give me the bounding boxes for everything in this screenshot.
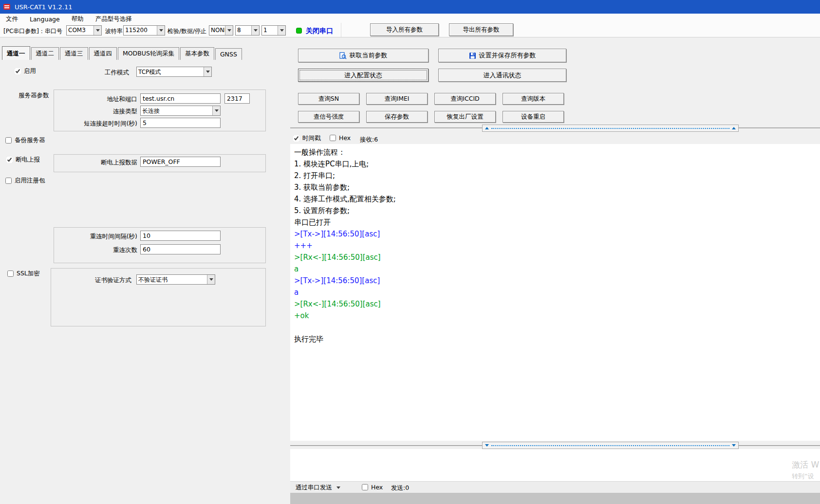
reconnect-interval-input[interactable] xyxy=(140,231,221,241)
receive-log[interactable]: 一般操作流程：1. 模块连PC串口,上电;2. 打开串口;3. 获取当前参数;4… xyxy=(290,144,820,441)
pc-serial-label: [PC串口参数]：串口号 xyxy=(3,27,62,36)
window-title: USR-CAT1 V1.2.11 xyxy=(15,3,73,11)
log-line: 4. 选择工作模式,配置相关参数; xyxy=(294,193,820,205)
short-timeout-label: 短连接超时时间(秒) xyxy=(49,120,137,128)
server-host-input[interactable] xyxy=(140,93,221,104)
tab[interactable]: GNSS xyxy=(215,48,242,60)
log-line: a xyxy=(294,263,820,275)
collapse-down-icon xyxy=(732,444,736,447)
tab[interactable]: 通道四 xyxy=(89,47,117,60)
menu-product-model[interactable]: 产品型号选择 xyxy=(90,14,138,25)
tab[interactable]: 通道一 xyxy=(2,46,30,60)
set-save-params-button[interactable]: 设置并保存所有参数 xyxy=(438,49,566,62)
enable-checkbox[interactable]: 启用 xyxy=(15,67,36,75)
server-port-input[interactable] xyxy=(224,93,250,104)
send-via-serial-button[interactable]: 通过串口发送 xyxy=(296,484,340,492)
action-button-row: 查信号强度保存参数恢复出厂设置设备重启 xyxy=(298,111,564,123)
log-line: 2. 打开串口; xyxy=(294,170,820,181)
toolbar-separator xyxy=(341,23,341,37)
bottom-edge xyxy=(290,493,820,504)
chevron-down-icon xyxy=(278,26,285,35)
recv-hex-checkbox[interactable]: Hex xyxy=(330,134,351,142)
power-off-data-label: 断电上报数据 xyxy=(64,159,137,167)
stopbits-select[interactable]: 1 xyxy=(261,25,286,36)
backup-server-checkbox[interactable]: 备份服务器 xyxy=(5,136,45,144)
tab[interactable]: 通道三 xyxy=(60,47,88,60)
log-line xyxy=(294,322,820,333)
work-mode-select[interactable]: TCP模式 xyxy=(136,67,212,77)
log-line: 执行完毕 xyxy=(294,333,820,345)
close-serial-button[interactable]: 关闭串口 xyxy=(306,27,333,36)
log-line: >[Tx->][14:56:50][asc] xyxy=(294,275,820,287)
register-packet-checkbox[interactable]: 启用注册包 xyxy=(5,177,45,185)
action-button[interactable]: 保存参数 xyxy=(366,111,428,123)
query-button[interactable]: 查询IMEI xyxy=(366,93,428,105)
ssl-checkbox[interactable]: SSL加密 xyxy=(7,270,40,278)
tab-strip: 通道一通道二通道三通道四MODBUS轮询采集基本参数GNSS xyxy=(2,46,243,60)
chevron-down-icon xyxy=(225,26,233,35)
action-button[interactable]: 设备重启 xyxy=(503,111,564,123)
log-line: +ok xyxy=(294,310,820,322)
log-line: +++ xyxy=(294,240,820,252)
power-off-data-input[interactable] xyxy=(140,157,221,167)
action-button[interactable]: 查信号强度 xyxy=(298,111,359,123)
toolbar-divider xyxy=(0,37,820,37)
import-params-button[interactable]: 导入所有参数 xyxy=(370,23,439,36)
send-bar: 通过串口发送 Hex 发送:0 xyxy=(290,481,820,493)
log-line: >[Tx->][14:56:50][asc] xyxy=(294,228,820,240)
menu-help[interactable]: 帮助 xyxy=(66,14,90,25)
databits-select[interactable]: 8 xyxy=(235,25,260,36)
chevron-down-icon xyxy=(212,106,220,115)
get-params-button[interactable]: 获取当前参数 xyxy=(298,49,429,62)
log-line: a xyxy=(294,287,820,298)
search-params-icon xyxy=(339,52,347,59)
collapse-down-icon xyxy=(485,444,489,447)
query-button-row: 查询SN查询IMEI查询ICCID查询版本 xyxy=(298,93,564,105)
conn-type-select[interactable]: 长连接 xyxy=(140,106,221,116)
tab[interactable]: 通道二 xyxy=(31,47,59,60)
sent-count: 发送:0 xyxy=(391,484,409,492)
query-button[interactable]: 查询版本 xyxy=(503,93,564,105)
tab[interactable]: MODBUS轮询采集 xyxy=(118,47,179,60)
log-line: >[Rx<-][14:56:50][asc] xyxy=(294,252,820,263)
log-line: 1. 模块连PC串口,上电; xyxy=(294,158,820,170)
export-params-button[interactable]: 导出所有参数 xyxy=(449,23,513,36)
reconnect-interval-label: 重连时间间隔(秒) xyxy=(49,233,137,241)
enter-comm-button[interactable]: 进入通讯状态 xyxy=(438,69,566,82)
com-port-select[interactable]: COM3 xyxy=(66,25,102,36)
menu-file[interactable]: 文件 xyxy=(0,14,24,25)
conn-type-label: 连接类型 xyxy=(64,108,137,116)
log-line: 3. 获取当前参数; xyxy=(294,181,820,193)
reconnect-times-input[interactable] xyxy=(140,244,221,254)
short-timeout-input[interactable] xyxy=(140,118,221,128)
log-splitter-handle[interactable] xyxy=(482,125,739,132)
titlebar: USR-CAT1 V1.2.11 xyxy=(0,0,820,14)
enter-config-button[interactable]: 进入配置状态 xyxy=(298,69,429,82)
send-splitter-handle[interactable] xyxy=(482,442,739,449)
query-button[interactable]: 查询ICCID xyxy=(434,93,496,105)
send-input-area[interactable] xyxy=(290,449,820,481)
send-hex-checkbox[interactable]: Hex xyxy=(362,484,383,491)
chevron-down-icon xyxy=(207,275,215,284)
menu-language[interactable]: Language xyxy=(24,14,66,24)
chevron-down-icon xyxy=(251,26,259,35)
power-off-report-checkbox[interactable]: 断电上报 xyxy=(6,156,40,164)
toolbar: [PC串口参数]：串口号 COM3 波特率 115200 检验/数据/停止 NO… xyxy=(0,25,820,37)
chevron-down-icon xyxy=(157,26,165,35)
log-line: 串口已打开 xyxy=(294,216,820,228)
timestamp-checkbox[interactable]: 时间戳 xyxy=(293,134,321,143)
splitter-grip xyxy=(491,128,729,129)
baud-select[interactable]: 115200 xyxy=(123,25,165,36)
cert-verify-label: 证书验证方式 xyxy=(58,276,131,285)
chevron-down-icon xyxy=(204,67,211,76)
cert-verify-select[interactable]: 不验证证书 xyxy=(136,274,215,285)
serial-open-led xyxy=(296,28,302,34)
query-button[interactable]: 查询SN xyxy=(298,93,359,105)
collapse-up-icon xyxy=(485,127,489,129)
log-line: 5. 设置所有参数; xyxy=(294,205,820,216)
parity-select[interactable]: NONI xyxy=(209,25,233,36)
action-button[interactable]: 恢复出厂设置 xyxy=(434,111,496,123)
windows-activation-watermark: 激活 W xyxy=(792,459,820,470)
app-window: USR-CAT1 V1.2.11 文件 Language 帮助 产品型号选择 [… xyxy=(0,0,820,504)
tab[interactable]: 基本参数 xyxy=(180,47,214,60)
